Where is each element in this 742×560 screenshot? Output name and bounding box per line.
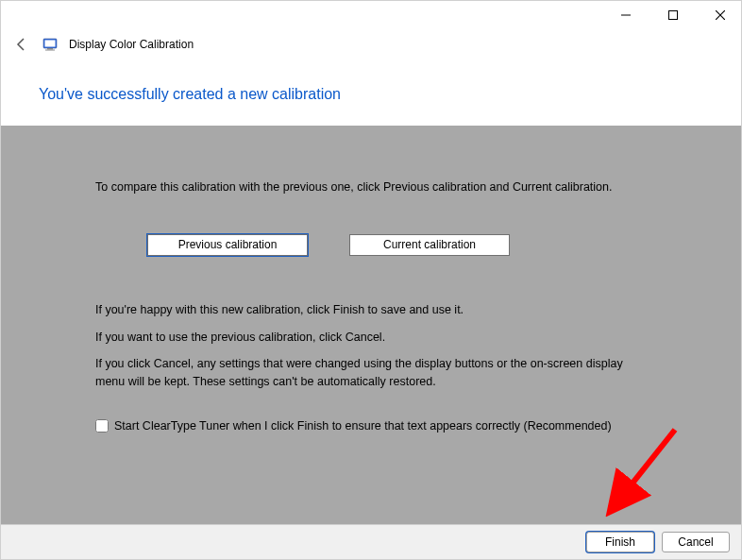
page-heading: You've successfully created a new calibr… xyxy=(1,65,741,126)
titlebar xyxy=(1,1,741,29)
header: Display Color Calibration xyxy=(1,29,741,65)
intro-text: To compare this calibration with the pre… xyxy=(95,178,647,196)
close-button[interactable] xyxy=(707,2,734,28)
finish-button[interactable]: Finish xyxy=(586,532,654,552)
cleartype-checkbox-row: Start ClearType Tuner when I click Finis… xyxy=(95,417,647,435)
para-cancel: If you want to use the previous calibrat… xyxy=(95,329,647,347)
app-icon xyxy=(42,37,58,52)
svg-rect-5 xyxy=(45,41,56,47)
footer: Finish Cancel xyxy=(1,524,741,559)
para-finish: If you're happy with this new calibratio… xyxy=(95,301,647,319)
cleartype-checkbox-label[interactable]: Start ClearType Tuner when I click Finis… xyxy=(114,417,647,435)
svg-rect-1 xyxy=(669,11,678,20)
svg-rect-7 xyxy=(45,50,55,51)
svg-rect-6 xyxy=(47,48,53,50)
para-cancel-note: If you click Cancel, any settings that w… xyxy=(95,355,647,391)
content-area: To compare this calibration with the pre… xyxy=(1,126,741,543)
cleartype-checkbox[interactable] xyxy=(95,419,109,433)
minimize-button[interactable] xyxy=(613,2,639,28)
cancel-button[interactable]: Cancel xyxy=(662,532,730,552)
maximize-button[interactable] xyxy=(660,2,686,28)
app-title: Display Color Calibration xyxy=(69,38,194,51)
compare-buttons: Previous calibration Current calibration xyxy=(147,234,647,256)
back-button[interactable] xyxy=(12,35,31,54)
previous-calibration-button[interactable]: Previous calibration xyxy=(147,234,308,256)
current-calibration-button[interactable]: Current calibration xyxy=(349,234,510,256)
